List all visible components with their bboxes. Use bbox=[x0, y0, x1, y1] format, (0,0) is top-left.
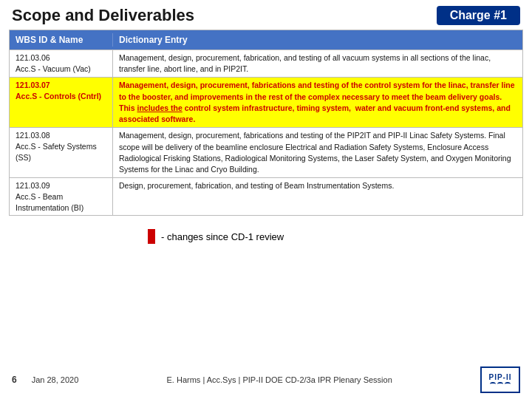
header: Scope and Deliverables Charge #1 bbox=[0, 0, 532, 30]
pip-wave-2 bbox=[497, 382, 503, 386]
footer-date: Jan 28, 2020 bbox=[32, 375, 79, 384]
legend: - changes since CD-1 review bbox=[148, 229, 532, 244]
footer: 6 Jan 28, 2020 E. Harms | Acc.Sys | PIP-… bbox=[0, 366, 532, 393]
col-header-dict: Dictionary Entry bbox=[113, 33, 522, 47]
legend-color-box bbox=[148, 229, 155, 244]
table-row: 121.03.08Acc.S - Safety Systems (SS) Man… bbox=[10, 127, 522, 177]
wbs-id-2: 121.03.07Acc.S - Controls (Cntrl) bbox=[10, 78, 113, 127]
pip-logo: PIP-II bbox=[480, 366, 520, 393]
footer-session-info: E. Harms | Acc.Sys | PIP-II DOE CD-2/3a … bbox=[78, 375, 480, 384]
pip-logo-waves bbox=[490, 382, 511, 386]
dict-entry-4: Design, procurement, fabrication, and te… bbox=[113, 178, 522, 215]
pip-wave-3 bbox=[505, 382, 511, 386]
dict-entry-1: Management, design, procurement, fabrica… bbox=[113, 50, 522, 77]
page: Scope and Deliverables Charge #1 WBS ID … bbox=[0, 0, 532, 399]
table-row: 121.03.07Acc.S - Controls (Cntrl) Manage… bbox=[10, 77, 522, 127]
col-header-wbs: WBS ID & Name bbox=[10, 33, 113, 47]
wbs-id-3: 121.03.08Acc.S - Safety Systems (SS) bbox=[10, 128, 113, 177]
table-row: 121.03.09Acc.S - Beam Instrumentation (B… bbox=[10, 177, 522, 215]
scope-table: WBS ID & Name Dictionary Entry 121.03.06… bbox=[9, 30, 523, 216]
legend-text: - changes since CD-1 review bbox=[161, 231, 284, 242]
table-header: WBS ID & Name Dictionary Entry bbox=[10, 30, 522, 50]
page-title: Scope and Deliverables bbox=[12, 6, 194, 25]
table-row: 121.03.06Acc.S - Vacuum (Vac) Management… bbox=[10, 50, 522, 77]
wbs-id-1: 121.03.06Acc.S - Vacuum (Vac) bbox=[10, 50, 113, 77]
dict-entry-3: Management, design, procurement, fabrica… bbox=[113, 128, 522, 177]
charge-badge: Charge #1 bbox=[437, 6, 520, 25]
dict-entry-2: Management, design, procurement, fabrica… bbox=[113, 78, 522, 127]
page-number: 6 bbox=[12, 375, 17, 385]
wbs-id-4: 121.03.09Acc.S - Beam Instrumentation (B… bbox=[10, 178, 113, 215]
footer-left: 6 Jan 28, 2020 bbox=[12, 375, 78, 385]
pip-wave-1 bbox=[490, 382, 496, 386]
pip-logo-text: PIP-II bbox=[488, 373, 511, 381]
